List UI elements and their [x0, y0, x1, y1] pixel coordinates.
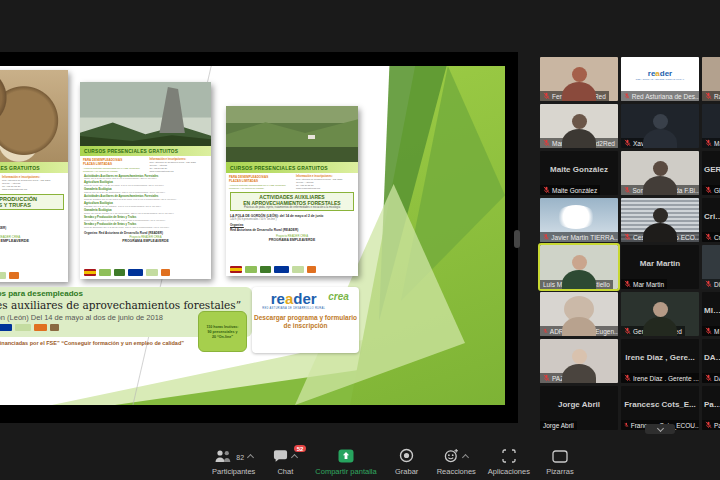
reacciones-button[interactable]: Reacciones	[437, 449, 476, 476]
participant-tile[interactable]: PAZ	[540, 339, 618, 383]
toolbar-label: Reacciones	[437, 467, 476, 476]
participant-label: Javier Martin TIERRA...	[540, 232, 618, 242]
participant-tile[interactable]: Luis Miguel Rebustiello	[540, 245, 618, 289]
participant-label: Gema: Red2Red	[621, 326, 685, 336]
participant-tile[interactable]: Jorge AbrilJorge Abril	[540, 386, 618, 430]
participant-label: Red Asturiana de Des...	[621, 91, 699, 101]
participant-tile[interactable]: Javier Martin TIERRA...	[540, 198, 618, 242]
participant-label: Irene Diaz . Gerente ...	[621, 373, 699, 383]
poster-setas-trufas: CURSOS PRESENCIALES GRATUITOS Informació…	[0, 70, 68, 282]
participant-tile[interactable]: Sonia Castañeda F.Bi...	[621, 151, 699, 195]
participant-name: Jorge Abril	[540, 386, 618, 422]
poster-band: CURSOS PRESENCIALES GRATUITOS	[0, 162, 68, 173]
muted-mic-icon	[543, 139, 550, 147]
muted-mic-icon	[624, 327, 631, 335]
participant-label: Ferrine - Red2Red	[540, 91, 609, 101]
muted-mic-icon	[705, 233, 712, 241]
course-list: Actividades Auxiliares en Aprovechamient…	[80, 173, 211, 230]
participant-label: Maite González	[540, 185, 600, 195]
participant-label: Ra	[702, 91, 720, 101]
muted-mic-icon	[543, 374, 550, 382]
poster-date: del 7 de mayo al 1 de junio	[0, 212, 68, 220]
more-participants-button[interactable]	[645, 424, 675, 434]
participant-tile[interactable]: Di	[702, 245, 720, 289]
poster-band: CURSOS PRESENCIALES GRATUITOS	[226, 162, 358, 173]
reader-logo-subtext: Red Asturiana de Desarrollo Rural	[262, 307, 325, 310]
muted-mic-icon	[705, 374, 712, 382]
muted-mic-icon	[624, 92, 630, 100]
participant-tile[interactable]: MI…M	[702, 292, 720, 336]
info-lines: Red Asturiana de Desarrollo Rural - READ…	[296, 178, 355, 189]
participant-name: Francesc Cots_E...	[621, 386, 699, 422]
muted-mic-icon	[624, 139, 631, 147]
participant-name: Cri…	[702, 198, 720, 234]
participant-label: Xavier Saura	[621, 138, 674, 148]
compartir-pantalla-button[interactable]: Compartir pantalla	[315, 449, 376, 476]
muted-mic-icon	[624, 186, 631, 194]
muted-mic-icon	[543, 186, 550, 194]
participant-name: Mar Martin	[621, 245, 699, 281]
participant-label: Ma	[702, 138, 720, 148]
reactions-icon	[444, 448, 459, 467]
chevron-up-icon[interactable]	[462, 454, 469, 461]
participant-tile[interactable]: Cesar Zafra Rio ECO...	[621, 198, 699, 242]
participant-tile[interactable]: Mar MartinMar Martin	[621, 245, 699, 289]
crea-logo: crea	[328, 291, 349, 302]
info-lines: Red Asturiana de Desarrollo Rural - READ…	[149, 161, 208, 172]
chat-button[interactable]: 52Chat	[267, 449, 303, 476]
participant-label: Cr	[702, 232, 720, 242]
muted-mic-icon	[543, 327, 548, 335]
participantes-button[interactable]: 82Participantes	[212, 449, 255, 476]
toolbar-label: Aplicaciones	[488, 467, 530, 476]
people-icon	[214, 449, 232, 467]
info-lines: Red Asturiana de Desarrollo Rural - READ…	[2, 179, 64, 191]
participant-tile[interactable]: DA…DA	[702, 339, 720, 383]
poster-band: CURSOS PRESENCIALES GRATUITOS	[80, 146, 211, 156]
participant-tile[interactable]: GER…GE	[702, 151, 720, 195]
poster-program: PROGRAMA EMPLEAVERDE	[226, 238, 358, 242]
chevron-down-icon	[656, 424, 663, 431]
participant-label: Sonia Castañeda F.Bi...	[621, 185, 699, 195]
participant-name: Pa…	[702, 386, 720, 422]
participant-tile[interactable]: Maria Coto_Red2Red	[540, 104, 618, 148]
participant-tile[interactable]: Maite GonzálezMaite González	[540, 151, 618, 195]
participant-label: Maria Coto_Red2Red	[540, 138, 618, 148]
chevron-up-icon[interactable]	[291, 454, 298, 461]
participant-tile[interactable]: Ma	[702, 104, 720, 148]
pizarras-button[interactable]: Pizarras	[542, 449, 578, 476]
muted-mic-icon	[624, 374, 631, 382]
muted-mic-icon	[624, 280, 631, 288]
participant-name: Maite González	[540, 151, 618, 187]
participant-tile[interactable]: Gema: Red2Red	[621, 292, 699, 336]
participant-tile[interactable]: Pa…Pa	[702, 386, 720, 430]
participant-tile[interactable]: Xavier Saura	[621, 104, 699, 148]
poster-program: PROGRAMA EMPLEAVERDE	[80, 239, 211, 243]
participant-label: Di	[702, 279, 720, 289]
mushrooms-photo	[0, 70, 68, 162]
chevron-up-icon[interactable]	[247, 454, 254, 461]
muted-mic-icon	[543, 233, 549, 241]
reader-logo: readerRed Asturiana de Desarrollo Rural	[621, 57, 699, 93]
participant-tile[interactable]: Irene Diaz , Gere...Irene Diaz . Gerente…	[621, 339, 699, 383]
panel-resize-handle[interactable]	[514, 230, 520, 248]
participant-tile[interactable]: ADRI VA-Norte Eugen...	[540, 292, 618, 336]
chat-icon	[273, 449, 288, 467]
grabar-button[interactable]: Grabar	[389, 449, 425, 476]
participant-name: Irene Diaz , Gere...	[621, 339, 699, 375]
participant-tile[interactable]: Cri…Cr	[702, 198, 720, 242]
muted-mic-icon	[624, 421, 629, 429]
participant-tile[interactable]: Ferrine - Red2Red	[540, 57, 618, 101]
participant-name: GER…	[702, 151, 720, 187]
poster-title: EN APROVECHAMIENTOS FORESTALES	[231, 200, 353, 206]
aplicaciones-button[interactable]: Aplicaciones	[488, 449, 530, 476]
participant-tile[interactable]: Ra	[702, 57, 720, 101]
unread-badge: 52	[294, 445, 307, 452]
poster-aprovechamientos-forestales: CURSOS PRESENCIALES GRATUITOS PARA DESEM…	[226, 106, 358, 276]
muted-mic-icon	[705, 186, 712, 194]
muted-mic-icon	[705, 327, 712, 335]
participant-tile[interactable]: readerRed Asturiana de Desarrollo RuralR…	[621, 57, 699, 101]
reader-logo: reader	[262, 291, 325, 306]
logo-strip	[84, 268, 207, 277]
participant-label: M	[702, 326, 720, 336]
logo-strip	[230, 265, 354, 274]
